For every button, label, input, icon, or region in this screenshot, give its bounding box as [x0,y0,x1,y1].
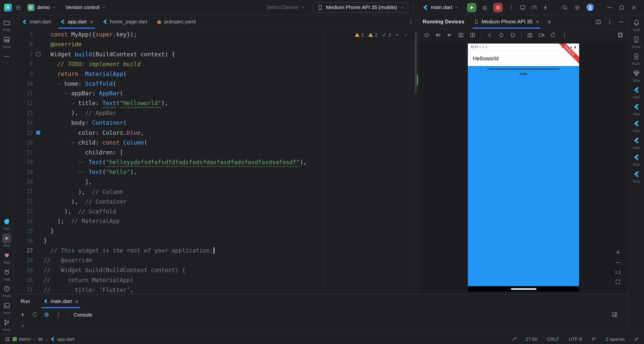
breadcrumb-file[interactable]: app.dart [50,336,74,341]
phone-screen[interactable]: 11:27 ◷ ▽ ᛒ 3G⇅ ▲ ▮ Helloworld helloyyds… [468,44,579,292]
code-line[interactable]: 13 ), // AppBar [14,108,418,118]
line-number[interactable]: 14 [14,120,33,126]
device-mirror-icon[interactable] [519,4,526,10]
sidebar-item-probl[interactable]: Probl [0,284,14,298]
inspections-widget[interactable]: 2 2 2 [352,31,410,38]
code-line[interactable]: 12 ─ title: Text("Helloworld"), [14,98,418,108]
power-icon[interactable] [423,32,429,38]
code-line[interactable]: 24 ); // MaterialApp [14,216,418,226]
wrench-icon[interactable] [511,336,516,341]
nav-handle[interactable] [511,288,536,290]
tool-window-layout-icon[interactable] [5,336,10,341]
color-preview-swatch[interactable] [36,131,40,135]
next-problem-icon[interactable] [403,32,408,37]
readonly-toggle-icon[interactable] [634,336,639,341]
line-number[interactable]: 10 [14,80,33,87]
code-line[interactable]: 8 // TODO: implement build [14,59,418,69]
vol-up-icon[interactable] [435,32,441,38]
line-number[interactable]: 27 [14,247,33,253]
sidebar-item-reso[interactable]: Reso [0,35,14,49]
code-line[interactable]: 17 children: [ [14,147,418,157]
sidebar-item-dart[interactable]: Dart [0,217,14,231]
line-number[interactable]: 28 [14,257,33,263]
sidebar-item-run[interactable]: Run [0,234,14,248]
gemini-bolt-icon[interactable] [543,4,549,10]
stop-button[interactable] [493,3,503,12]
hot-reload-icon[interactable] [20,312,26,318]
code-line[interactable]: 29// Widget build(BuildContext context) … [14,265,418,275]
run-config-selector[interactable]: main.dart [419,3,462,12]
caret-position[interactable]: 27:50 [526,336,537,341]
console-output[interactable]: > [14,321,628,333]
avatar[interactable] [586,4,594,11]
sidebar-item-gem[interactable]: Gem [629,69,644,83]
close-icon[interactable]: × [75,299,78,304]
code-line[interactable]: 11 ─ appBar: AppBar( [14,89,418,98]
back-icon[interactable] [487,32,493,38]
sidebar-item-term[interactable]: Term [0,301,14,315]
code-line[interactable]: 16 ─ child: const Column( [14,138,418,147]
zoom-in-icon[interactable] [615,249,621,255]
line-number[interactable]: 9 [14,71,33,77]
line-number[interactable]: 7 [14,51,33,57]
line-number[interactable]: 29 [14,267,33,273]
code-line[interactable]: 31// title: 'Flutter', [14,285,418,294]
sidebar-item-notif[interactable]: Notif [629,18,644,32]
code-line[interactable]: 18 ── Text("helloyydsfsdfafsdfdfadsfadsf… [14,157,418,167]
tab-options-icon[interactable] [408,19,414,25]
camshot-icon[interactable] [527,32,533,38]
code-editor[interactable]: 5 const MyApp({super.key});6 @override7↑… [14,29,418,294]
main-menu-icon[interactable] [15,4,21,10]
console-tab[interactable]: Console [73,312,92,318]
code-line[interactable]: 30// return MaterialApp( [14,275,418,285]
breadcrumb-lib[interactable]: lib [38,336,43,341]
overview-icon[interactable] [510,32,516,38]
run-tab-main-dart[interactable]: main.dart × [39,294,83,309]
select-device-dropdown[interactable]: Select Device [264,3,308,12]
line-number[interactable]: 25 [14,228,33,234]
indent-guide-icon[interactable] [591,336,596,341]
hide-panel-icon[interactable] [618,19,624,25]
code-line[interactable]: 20 ], [14,177,418,187]
split-view-icon[interactable] [595,19,601,25]
search-icon[interactable] [562,4,568,10]
device-tab[interactable]: Medium Phone API 35 × [471,15,542,28]
code-line[interactable]: 21 ), // Column [14,187,418,196]
panel-options-icon[interactable] [607,19,613,25]
line-number[interactable]: 26 [14,238,33,244]
scrollbar-thumb[interactable] [415,32,417,94]
restart-icon[interactable] [550,32,556,38]
layout-settings-icon[interactable] [612,312,623,318]
sidebar-item-flutt[interactable]: Flutt [629,136,644,150]
app-body[interactable]: helloyydsfsdfafsdfdfadsfadsfdasfasdfadsf… [468,66,579,286]
code-line[interactable]: 25 } [14,226,418,236]
vol-down-icon[interactable] [447,32,453,38]
tab-pubspec.yaml[interactable]: pubspec.yaml [152,15,200,28]
maximize-button[interactable] [615,2,628,13]
fold-r-icon[interactable] [469,32,475,38]
line-number[interactable]: 16 [14,139,33,145]
line-number[interactable]: 18 [14,159,33,165]
line-number[interactable]: 12 [14,100,33,106]
sidebar-item-devic[interactable]: Devic [629,35,644,49]
phone-nav-bar[interactable] [468,286,579,292]
minimize-button[interactable] [603,2,615,13]
fit-screen-icon[interactable] [615,279,621,285]
line-number[interactable]: 23 [14,208,33,214]
close-button[interactable] [628,2,640,13]
project-widget[interactable]: D demo [25,2,59,13]
close-icon[interactable]: × [536,19,539,24]
sidebar-item-flutt[interactable]: Flutt [629,102,644,116]
code-line[interactable]: 9 return MaterialApp( [14,69,418,79]
sidebar-item-flutt[interactable]: Flutt [629,153,644,167]
sidebar-item-runn[interactable]: Runn [629,52,644,66]
device-frame-icon[interactable] [617,32,623,38]
line-number[interactable]: 19 [14,169,33,175]
tab-app.dart[interactable]: app.dart× [56,15,98,28]
breadcrumb-project[interactable]: demo [13,336,31,341]
console-options-icon[interactable] [55,312,61,318]
sidebar-item-proje[interactable]: Proje [0,18,14,32]
sidebar-item-flutt[interactable]: Flutt [629,169,644,184]
line-number[interactable]: 24 [14,218,33,224]
code-line[interactable]: 7↑ Widget build(BuildContext context) { [14,49,418,59]
